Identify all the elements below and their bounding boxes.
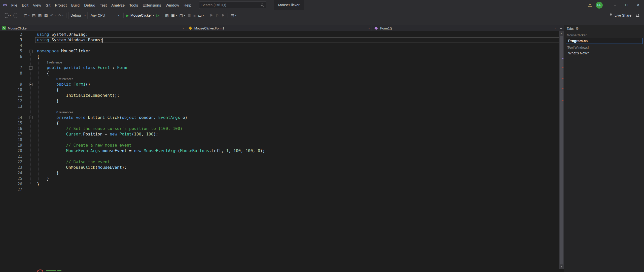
fold-toggle-button[interactable]: − [29, 83, 32, 86]
code-line-11[interactable]: 11 InitializeComponent(); [0, 93, 559, 98]
vertical-scrollbar[interactable]: ▲ ▼ [559, 31, 564, 269]
gear-icon[interactable]: ⚙ [576, 26, 579, 30]
code-line-25[interactable]: 25 } [0, 176, 559, 181]
tab-item-program-cs[interactable]: Program.cs [566, 38, 642, 44]
next-bookmark-button[interactable]: ⚑ [220, 12, 226, 19]
start-without-debugging-button[interactable]: ▷ [155, 12, 161, 19]
code-line-8[interactable]: 8 { [0, 71, 559, 76]
compare-documents-icon: ◫ [180, 14, 183, 17]
add-tab-button[interactable]: + [558, 25, 564, 31]
close-button[interactable]: × [632, 0, 644, 10]
save-button[interactable]: ▦ [37, 12, 43, 19]
search-input[interactable] [199, 3, 261, 7]
code-line-16[interactable]: 16 // Set the mouse cursor's position to… [0, 126, 559, 131]
fold-toggle-button[interactable]: − [29, 50, 32, 53]
fold-margin [26, 181, 35, 187]
maximize-button[interactable]: □ [621, 0, 632, 10]
open-file-icon: ▤ [32, 14, 35, 17]
code-line-27[interactable]: 27 [0, 187, 559, 192]
code-line-15[interactable]: 15 { [0, 120, 559, 126]
code-line-19[interactable]: 19 // Create a new mouse event [0, 143, 559, 148]
code-line-23[interactable]: 23 OnMouseClick(mouseEvent); [0, 165, 559, 170]
code-line-20[interactable]: 20 MouseEventArgs mouseEvent = new Mouse… [0, 148, 559, 154]
fold-toggle-button[interactable]: − [29, 66, 32, 70]
compare-documents-button[interactable]: ◫▾ [178, 12, 187, 19]
menu-tools[interactable]: Tools [127, 0, 140, 10]
class-dropdown[interactable]: MouseClicker.Form1 ▾ [186, 25, 372, 31]
code-line-21[interactable]: 21 [0, 154, 559, 159]
solution-configuration-button[interactable]: Debug▾ [68, 12, 88, 19]
bell-icon[interactable] [634, 14, 641, 17]
codelens-references-link[interactable]: 0 references [56, 111, 73, 114]
warning-icon[interactable]: ⚠ [588, 3, 592, 8]
menu-window[interactable]: Window [163, 0, 181, 10]
toolbar-separator [207, 13, 207, 18]
navigate-forward-button[interactable]: → [12, 12, 19, 19]
navigate-back-button[interactable]: ←▾ [3, 12, 12, 19]
comment-selection-button[interactable]: ▤▾ [229, 12, 238, 19]
codelens-text: 1 reference [35, 59, 559, 65]
toolbar-separator [228, 13, 228, 18]
codelens-references-link[interactable]: 0 references [56, 77, 73, 81]
tab-item-what-s-new-[interactable]: What's New? [566, 50, 642, 56]
menu-extensions[interactable]: Extensions [140, 0, 163, 10]
code-line-7[interactable]: 7− public partial class Form1 : Form [0, 65, 559, 71]
previous-bookmark-button[interactable]: ⚐ [214, 12, 220, 19]
menu-help[interactable]: Help [181, 0, 194, 10]
menu-view[interactable]: View [31, 0, 43, 10]
live-share-button[interactable]: Live Share [607, 13, 633, 18]
scrollbar-thumb[interactable] [560, 36, 563, 264]
toggle-bookmark-button[interactable]: ⚑ [208, 12, 214, 19]
code-line-12[interactable]: 12 } [0, 98, 559, 104]
code-line-13[interactable]: 13 [0, 104, 559, 109]
new-project-button[interactable]: ▢▾ [23, 12, 31, 19]
attach-to-process-button[interactable]: ▣▾ [170, 12, 178, 19]
code-line-24[interactable]: 24 } [0, 170, 559, 176]
menu-debug[interactable]: Debug [82, 0, 97, 10]
menu-build[interactable]: Build [69, 0, 82, 10]
menu-test[interactable]: Test [97, 0, 109, 10]
code-line-3[interactable]: 3using System.Windows.Forms; [0, 37, 559, 43]
open-file-button[interactable]: ▤ [31, 12, 37, 19]
project-dropdown[interactable]: C# MouseClicker ▾ [0, 25, 186, 31]
line-number: 25 [0, 176, 26, 181]
code-line-10[interactable]: 10 { [0, 87, 559, 93]
code-editor[interactable]: 2using System.Drawing;3using System.Wind… [0, 31, 559, 269]
codelens-references-link[interactable]: 1 reference [47, 61, 62, 64]
redo-button[interactable]: ↷▾ [57, 12, 65, 19]
code-line-14[interactable]: 14− private void button1_Click(object se… [0, 115, 559, 120]
account-badge[interactable]: EL [596, 2, 603, 9]
code-line-5[interactable]: 5−namespace MouseClicker [0, 48, 559, 54]
navigate-symbols-button[interactable]: ≣ [187, 12, 192, 19]
code-line-2[interactable]: 2using System.Drawing; [0, 32, 559, 37]
fold-toggle-button[interactable]: − [29, 116, 32, 119]
menu-edit[interactable]: Edit [20, 0, 31, 10]
code-line-22[interactable]: 22 // Raise the event [0, 159, 559, 165]
solution-platform-button[interactable]: Any CPU▾ [89, 12, 121, 19]
word-wrap-button[interactable]: ≡ [192, 12, 197, 19]
start-debugging-button[interactable]: ▶MouseClicker▾ [125, 12, 155, 19]
member-dropdown[interactable]: Form1() ▾ [372, 25, 558, 31]
search-box[interactable] [199, 2, 266, 9]
minimize-button[interactable]: – [609, 0, 621, 10]
save-all-button[interactable]: ▩ [43, 12, 49, 19]
menu-git[interactable]: Git [43, 0, 53, 10]
scroll-down-arrow[interactable]: ▼ [559, 264, 564, 269]
undo-button[interactable]: ↶▾ [49, 12, 57, 19]
save-all-icon: ▩ [44, 14, 48, 17]
line-number: 6 [0, 54, 26, 59]
code-line-9[interactable]: 9− public Form1() [0, 82, 559, 87]
code-line-26[interactable]: 26} [0, 181, 559, 187]
dropdown-caret-icon: ▾ [235, 14, 236, 17]
code-line-6[interactable]: 6{ [0, 54, 559, 59]
fold-margin [26, 120, 35, 126]
scroll-up-arrow[interactable]: ▲ [559, 31, 564, 36]
menu-project[interactable]: Project [53, 0, 69, 10]
code-line-18[interactable]: 18 [0, 137, 559, 143]
code-line-4[interactable]: 4 [0, 43, 559, 48]
menu-analyze[interactable]: Analyze [109, 0, 127, 10]
code-line-17[interactable]: 17 Cursor.Position = new Point(100, 100)… [0, 131, 559, 137]
menu-file[interactable]: File [9, 0, 20, 10]
live-unit-testing-button[interactable]: ▦ [164, 12, 170, 19]
display-options-button[interactable]: ▭▾ [197, 12, 205, 19]
